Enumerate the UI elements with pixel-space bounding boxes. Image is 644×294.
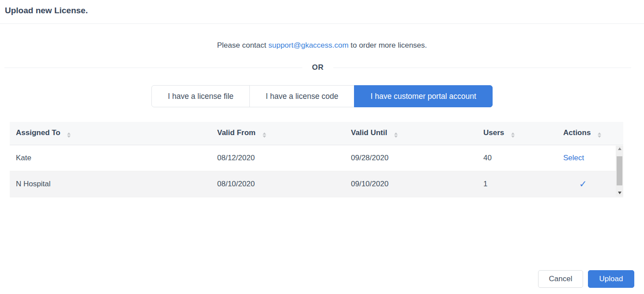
cell-valid-from: 08/12/2020 — [212, 145, 346, 171]
cell-valid-until: 09/10/2020 — [346, 171, 478, 197]
cell-actions: ✓ — [555, 171, 623, 197]
column-header-valid-until[interactable]: Valid Until — [346, 122, 478, 145]
scroll-down-icon[interactable] — [618, 192, 621, 194]
table-header-row: Assigned To Valid From Valid Until Users… — [10, 122, 623, 145]
sort-icon[interactable] — [598, 132, 601, 138]
cell-assigned-to: N Hospital — [10, 171, 212, 197]
column-header-assigned-to[interactable]: Assigned To — [10, 122, 212, 145]
cell-valid-until: 09/28/2020 — [346, 145, 478, 171]
tab-license-code[interactable]: I have a license code — [249, 85, 354, 107]
or-separator-label: OR — [302, 63, 334, 72]
cell-actions: Select — [555, 145, 623, 171]
column-header-valid-from[interactable]: Valid From — [212, 122, 346, 145]
or-separator: OR — [0, 62, 644, 73]
cell-users: 40 — [478, 145, 555, 171]
scrollbar-thumb[interactable] — [617, 156, 622, 185]
cell-valid-from: 08/10/2020 — [212, 171, 346, 197]
or-separator-line-left — [4, 68, 302, 68]
sort-icon[interactable] — [394, 132, 398, 138]
licenses-table: Assigned To Valid From Valid Until Users… — [10, 122, 623, 197]
page-title: Upload new License. — [5, 6, 644, 15]
contact-message-suffix: to order more licenses. — [349, 41, 427, 49]
check-icon: ✓ — [579, 179, 587, 189]
table-row: N Hospital 08/10/2020 09/10/2020 1 ✓ — [10, 171, 623, 197]
cancel-button[interactable]: Cancel — [538, 270, 583, 288]
scroll-up-icon[interactable] — [618, 147, 621, 150]
tab-customer-portal-account[interactable]: I have customer portal account — [354, 85, 492, 107]
table-scrollbar[interactable] — [616, 146, 623, 196]
contact-message: Please contact support@gkaccess.com to o… — [0, 41, 644, 50]
contact-message-prefix: Please contact — [217, 41, 268, 49]
table-row: Kate 08/12/2020 09/28/2020 40 Select — [10, 145, 623, 171]
cell-assigned-to: Kate — [10, 145, 212, 171]
or-separator-line-right — [333, 68, 631, 68]
dialog-footer: Cancel Upload — [538, 270, 634, 288]
column-header-users[interactable]: Users — [478, 122, 555, 145]
cell-users: 1 — [478, 171, 555, 197]
dialog-header: Upload new License. — [0, 0, 644, 24]
column-header-actions[interactable]: Actions — [555, 122, 623, 145]
upload-button[interactable]: Upload — [588, 270, 634, 288]
select-license-link[interactable]: Select — [563, 154, 584, 162]
sort-icon[interactable] — [263, 132, 266, 138]
support-email-link[interactable]: support@gkaccess.com — [268, 41, 349, 49]
sort-icon[interactable] — [67, 132, 71, 138]
sort-icon[interactable] — [511, 132, 515, 138]
license-method-tabs: I have a license file I have a license c… — [0, 85, 644, 107]
tab-license-file[interactable]: I have a license file — [151, 85, 250, 107]
